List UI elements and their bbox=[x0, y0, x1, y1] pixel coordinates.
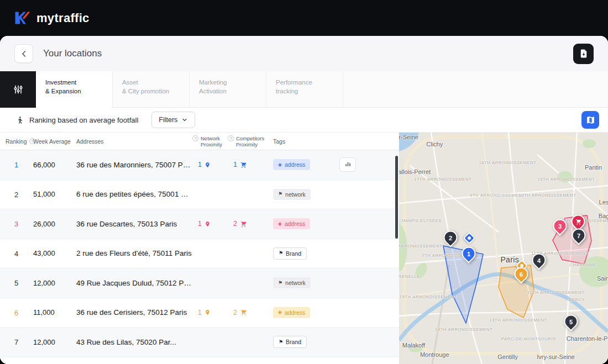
competitors-proximity-value: 2 bbox=[233, 309, 237, 316]
top-navbar: mytraffic bbox=[0, 0, 608, 36]
tag-label: address bbox=[285, 161, 305, 168]
chart-button[interactable] bbox=[339, 157, 356, 172]
walking-person-icon bbox=[15, 116, 24, 124]
column-header-competitors-line2: Proximity bbox=[236, 141, 264, 147]
tab-investment[interactable]: Investment& Expansion bbox=[36, 71, 113, 108]
week-average-value: 11,000 bbox=[31, 308, 72, 316]
table-row[interactable]: 326,00036 rue Descartes, 75013 Paris12◈a… bbox=[0, 209, 399, 239]
map-style-button[interactable] bbox=[581, 111, 599, 129]
tag-label: network bbox=[285, 191, 306, 198]
flag-icon: ⚑ bbox=[278, 281, 282, 286]
competitors-proximity-value: 2 bbox=[233, 220, 237, 228]
map-pin-icon bbox=[205, 309, 211, 315]
column-header-competitors-line1: Competitors bbox=[236, 135, 264, 141]
tag-label: address bbox=[285, 220, 305, 227]
network-proximity-cell: 1 bbox=[192, 161, 228, 168]
map-marker-number: 1 bbox=[463, 248, 474, 260]
address-value: 36 rue des Maronniers, 75007 Paris bbox=[72, 161, 192, 169]
cart-icon bbox=[240, 220, 247, 228]
tab-label-line1: Asset bbox=[122, 78, 185, 86]
tag-network: ⚑network bbox=[273, 277, 311, 288]
flag-icon: ⚑ bbox=[278, 192, 282, 197]
app-card: Your locations Investment& ExpansionAsse… bbox=[0, 36, 608, 364]
map-marker-number: 6 bbox=[516, 268, 527, 279]
tab-label-line1: Investment bbox=[45, 78, 108, 86]
chevron-down-icon bbox=[181, 117, 188, 123]
competitors-proximity-cell: 2 bbox=[228, 220, 270, 228]
column-header-tags[interactable]: Tags bbox=[270, 138, 399, 145]
ranking-value: 7 bbox=[14, 338, 18, 346]
table-row[interactable]: 166,00036 rue des Maronniers, 75007 Pari… bbox=[0, 150, 399, 180]
address-value: 6 rue des petites épées, 75001 Paris bbox=[72, 190, 192, 198]
tag-address: ◈address bbox=[273, 218, 310, 229]
export-button[interactable] bbox=[573, 44, 594, 64]
table-scrollbar[interactable] bbox=[395, 156, 398, 239]
help-icon[interactable]: ? bbox=[192, 135, 198, 141]
address-value: 36 rue des Cerisiers, 75012 Paris bbox=[72, 308, 192, 316]
column-header-ranking[interactable]: Ranking ? bbox=[0, 138, 31, 145]
ranking-value: 6 bbox=[14, 309, 18, 317]
mytraffic-logo: mytraffic bbox=[36, 11, 90, 25]
tab-bar: Investment& ExpansionAsset& City promoti… bbox=[0, 71, 608, 108]
ranking-value: 1 bbox=[14, 161, 18, 169]
filters-panel-button[interactable] bbox=[0, 71, 36, 108]
tab-label-line1: Marketing bbox=[199, 78, 261, 86]
filters-button[interactable]: Filters bbox=[151, 112, 195, 128]
arrow-left-icon bbox=[20, 50, 28, 58]
map-marker-number: 7 bbox=[573, 229, 585, 241]
tag-label: Brand bbox=[286, 250, 301, 257]
table-row[interactable]: 251,0006 rue des petites épées, 75001 Pa… bbox=[0, 180, 399, 210]
tab-asset[interactable]: Asset& City promotion bbox=[113, 71, 190, 107]
filters-button-label: Filters bbox=[159, 116, 177, 124]
week-average-value: 12,000 bbox=[31, 279, 72, 287]
column-header-tags-label: Tags bbox=[273, 138, 285, 145]
back-button[interactable] bbox=[14, 44, 33, 63]
tag-address: ◈address bbox=[273, 159, 310, 170]
week-average-value: 51,000 bbox=[31, 190, 72, 198]
network-proximity-value: 1 bbox=[198, 220, 202, 228]
ranking-label: Ranking based on average footfall bbox=[29, 116, 138, 124]
cart-icon bbox=[240, 161, 247, 168]
flag-icon: ⚑ bbox=[279, 340, 283, 345]
table-row[interactable]: 512,00049 Rue Jacques Dulud, 75012 Par..… bbox=[0, 268, 399, 298]
address-value: 36 rue Descartes, 75013 Paris bbox=[72, 220, 192, 228]
tag-label: network bbox=[285, 279, 306, 286]
diamond-icon: ◈ bbox=[278, 162, 282, 167]
tab-bar-filler bbox=[343, 71, 608, 107]
flag-icon: ⚑ bbox=[279, 251, 283, 256]
column-header-week-average[interactable]: Week Average bbox=[31, 138, 72, 145]
column-header-addresses-label: Addresses bbox=[76, 138, 104, 145]
help-icon[interactable]: ? bbox=[228, 135, 234, 141]
week-average-value: 26,000 bbox=[31, 220, 72, 228]
competitors-proximity-value: 1 bbox=[233, 161, 237, 168]
column-header-competitors-proximity[interactable]: ? Competitors Proximity bbox=[228, 135, 270, 147]
tab-bar-items: Investment& ExpansionAsset& City promoti… bbox=[36, 71, 343, 107]
column-header-network-proximity[interactable]: ? Network Proximity bbox=[192, 135, 228, 147]
map-pin-icon bbox=[205, 162, 211, 168]
diamond-icon: ◈ bbox=[278, 221, 282, 226]
table-body: 166,00036 rue des Maronniers, 75007 Pari… bbox=[0, 150, 399, 357]
table-row[interactable]: 611,00036 rue des Cerisiers, 75012 Paris… bbox=[0, 298, 399, 328]
week-average-value: 66,000 bbox=[31, 161, 72, 169]
table-row[interactable]: 443,0002 rue des Fleurs d'été, 75011 Par… bbox=[0, 239, 399, 269]
cart-icon bbox=[240, 309, 247, 316]
cart-icon bbox=[572, 215, 584, 227]
tag-network: ⚑network bbox=[273, 189, 311, 200]
column-header-network-line2: Proximity bbox=[201, 141, 222, 147]
table-row[interactable]: 712,00043 Rue des Lilas, 75020 Par...⚑Br… bbox=[0, 328, 399, 357]
map-marker-number: 3 bbox=[554, 220, 566, 232]
tab-marketing[interactable]: MarketingActivation bbox=[190, 71, 266, 107]
locations-table: Ranking ? Week Average Addresses ? Netwo… bbox=[0, 133, 399, 364]
page-title: Your locations bbox=[43, 48, 102, 59]
ranking-toolbar: Ranking based on average footfall Filter… bbox=[0, 108, 608, 133]
tag-address: ◈address bbox=[273, 307, 310, 318]
export-document-icon bbox=[579, 49, 589, 59]
tab-performance[interactable]: Performancetracking bbox=[266, 71, 343, 107]
map[interactable]: sur-SeineClichyLevallois-PerretPantinLes… bbox=[399, 133, 608, 364]
map-background bbox=[399, 133, 608, 364]
column-header-week-average-label: Week Average bbox=[33, 138, 71, 145]
tag-brand: ⚑Brand bbox=[273, 247, 307, 260]
network-proximity-value: 1 bbox=[198, 309, 202, 316]
tag-label: Brand bbox=[286, 339, 301, 345]
column-header-addresses[interactable]: Addresses bbox=[72, 138, 192, 145]
